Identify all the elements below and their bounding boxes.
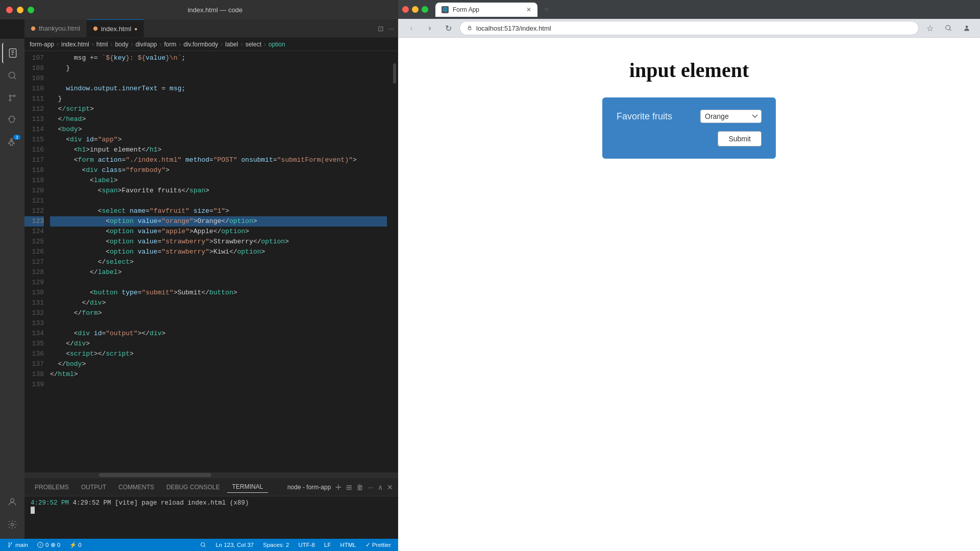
browser-tab-close-icon[interactable]: ✕: [526, 6, 531, 13]
status-encoding[interactable]: UTF-8: [296, 542, 317, 548]
status-formatter-label: ✓ Prettier: [365, 541, 391, 548]
bc-index-html[interactable]: index.html: [61, 41, 89, 48]
status-line-col[interactable]: Ln 123, Col 37: [213, 542, 256, 548]
status-errors[interactable]: 0 ⊗ 0: [35, 541, 62, 548]
code-editor[interactable]: 107108109110111 112113114115116 11711811…: [24, 51, 398, 472]
line-numbers: 107108109110111 112113114115116 11711811…: [24, 53, 50, 472]
h-scrollbar-thumb[interactable]: [99, 473, 211, 477]
svg-point-5: [11, 498, 14, 502]
tab-thankyou-label: thankyou.html: [39, 24, 80, 32]
browser-maximize-button[interactable]: [422, 6, 428, 13]
terminal-panel: PROBLEMS OUTPUT COMMENTS DEBUG CONSOLE T…: [24, 478, 398, 539]
bc-label[interactable]: label: [225, 41, 238, 48]
tab-index[interactable]: index.html ●: [87, 19, 144, 37]
browser-close-button[interactable]: [402, 6, 409, 13]
terminal-tab-problems[interactable]: PROBLEMS: [30, 482, 74, 493]
svg-point-9: [9, 542, 10, 543]
tab-thankyou[interactable]: thankyou.html: [24, 19, 87, 37]
svg-point-7: [31, 26, 35, 30]
svg-point-4: [9, 99, 11, 101]
bc-body[interactable]: body: [115, 41, 128, 48]
svg-point-10: [11, 542, 12, 543]
delete-terminal-icon[interactable]: 🗑: [356, 483, 363, 491]
maximize-button[interactable]: [28, 7, 34, 13]
new-tab-button[interactable]: +: [540, 3, 554, 17]
extensions-badge: 3: [13, 135, 20, 140]
editor-area: thankyou.html index.html ● ⊡ ··· form-ap…: [24, 19, 398, 539]
status-search[interactable]: [198, 542, 208, 548]
window-title: index.html — code: [38, 6, 392, 14]
browser-minimize-button[interactable]: [412, 6, 419, 13]
close-button[interactable]: [6, 7, 13, 13]
status-language[interactable]: HTML: [338, 542, 358, 548]
status-eol[interactable]: LF: [322, 542, 333, 548]
bookmark-button[interactable]: ☆: [923, 21, 937, 35]
browser-forward-button[interactable]: ›: [423, 21, 437, 35]
browser-zoom-button[interactable]: [941, 21, 955, 35]
add-terminal-icon[interactable]: [335, 484, 342, 491]
sidebar-item-git[interactable]: [2, 88, 22, 108]
status-eol-label: LF: [324, 542, 331, 548]
horizontal-scrollbar[interactable]: [24, 472, 398, 478]
svg-point-2: [9, 95, 11, 96]
minimize-button[interactable]: [17, 7, 23, 13]
terminal-node-label: node - form-app: [287, 484, 331, 491]
sidebar-item-settings[interactable]: [2, 514, 22, 535]
browser-chrome: 🌐 Form App ✕ + ‹ › ↻ localhost:5173/inde…: [398, 0, 980, 38]
bc-option[interactable]: option: [268, 41, 285, 48]
terminal-tab-debug[interactable]: DEBUG CONSOLE: [161, 482, 225, 493]
browser-account-button[interactable]: [960, 21, 974, 35]
terminal-tab-terminal[interactable]: TERMINAL: [227, 481, 268, 493]
vertical-scrollbar[interactable]: [391, 53, 398, 472]
sidebar-item-files[interactable]: [2, 43, 22, 63]
status-branch[interactable]: main: [5, 542, 30, 548]
svg-rect-0: [9, 49, 16, 58]
browser-tab-formapp[interactable]: 🌐 Form App ✕: [435, 3, 537, 17]
form-label: Favorite fruits: [617, 111, 694, 122]
bc-select[interactable]: select: [246, 41, 261, 48]
split-terminal-icon[interactable]: ⊞: [346, 483, 352, 491]
status-warnings[interactable]: ⚡ 0: [67, 541, 84, 548]
fruit-select[interactable]: Orange Apple Strawberry Kiwi: [700, 110, 762, 123]
bc-sep-5: ›: [159, 41, 161, 48]
scrollbar-thumb[interactable]: [393, 63, 396, 84]
address-bar[interactable]: localhost:5173/index.html: [459, 21, 919, 35]
bc-form[interactable]: form: [164, 41, 176, 48]
browser-reload-button[interactable]: ↻: [441, 21, 455, 35]
bc-sep-6: ›: [179, 41, 181, 48]
more-actions-icon[interactable]: ···: [388, 24, 394, 33]
bc-form-app[interactable]: form-app: [30, 41, 54, 48]
browser-toolbar: ‹ › ↻ localhost:5173/index.html ☆: [398, 19, 980, 37]
bc-divformbody[interactable]: div.formbody: [183, 41, 218, 48]
status-left: main 0 ⊗ 0 ⚡ 0: [5, 541, 84, 548]
status-spaces[interactable]: Spaces: 2: [261, 542, 291, 548]
sidebar-item-debug[interactable]: [2, 110, 22, 131]
browser-tab-favicon: 🌐: [442, 6, 449, 13]
submit-button[interactable]: Submit: [718, 131, 762, 146]
tab-bar: thankyou.html index.html ● ⊡ ···: [24, 19, 398, 38]
sidebar-item-account[interactable]: [2, 492, 22, 512]
close-terminal-icon[interactable]: ✕: [387, 483, 393, 491]
bc-sep-7: ›: [220, 41, 223, 48]
more-terminal-icon[interactable]: ···: [368, 483, 374, 491]
bc-html[interactable]: html: [96, 41, 108, 48]
title-bar: index.html — code: [0, 0, 398, 19]
terminal-tab-output[interactable]: OUTPUT: [76, 482, 111, 493]
terminal-tab-comments[interactable]: COMMENTS: [113, 482, 159, 493]
bc-divapp[interactable]: div#app: [135, 41, 157, 48]
collapse-terminal-icon[interactable]: ∧: [378, 483, 383, 491]
form-row: Favorite fruits Orange Apple Strawberry …: [617, 110, 762, 123]
sidebar-item-search[interactable]: [2, 65, 22, 86]
split-editor-icon[interactable]: ⊡: [378, 24, 384, 33]
sidebar-item-extensions[interactable]: 3: [2, 133, 22, 153]
terminal-actions: node - form-app ⊞ 🗑 ··· ∧ ✕: [287, 483, 393, 491]
tab-modified-dot: ●: [134, 26, 137, 32]
bc-sep-8: ›: [241, 41, 243, 48]
lock-icon: [466, 24, 473, 32]
status-branch-label: main: [15, 542, 28, 548]
status-right: Ln 123, Col 37 Spaces: 2 UTF-8 LF HTML ✓…: [198, 541, 393, 548]
browser-back-button[interactable]: ‹: [404, 21, 419, 35]
editor-actions: ⊡ ···: [374, 19, 398, 37]
status-formatter[interactable]: ✓ Prettier: [363, 541, 393, 548]
bc-sep-2: ›: [92, 41, 94, 48]
